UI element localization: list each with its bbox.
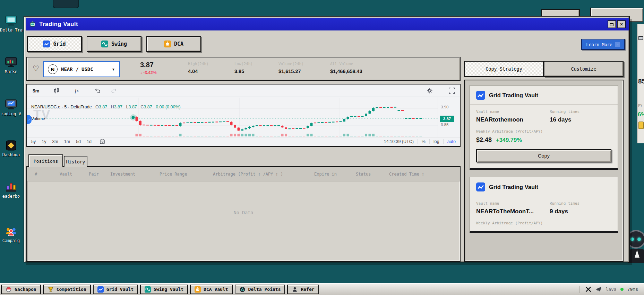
indicators-button[interactable]: ƒx xyxy=(74,84,78,97)
column-header[interactable]: Price Range xyxy=(160,167,187,181)
column-header[interactable]: Pair xyxy=(89,167,99,181)
taskbar-refer[interactable]: Refer xyxy=(287,285,319,294)
column-header-sortable[interactable]: Arbitrage (Profit ↕ /APY ↕ ) xyxy=(213,167,283,181)
stat-volume-24h: Volume(24h) $1,615.27 xyxy=(278,62,304,74)
weekly-profit: $2.48 xyxy=(476,136,492,144)
stat-value-fragment: 85 xyxy=(638,78,644,85)
price-axis[interactable]: 3.90 3.87 3.85 xyxy=(438,97,460,137)
legend-change: 0.00 (0.00%) xyxy=(156,105,181,109)
desktop-icon-market[interactable]: Marke xyxy=(0,57,22,74)
range-1y[interactable]: 1y xyxy=(42,139,46,144)
range-5y[interactable]: 5y xyxy=(31,139,36,144)
maximize-button[interactable] xyxy=(608,20,616,28)
favorite-heart-icon[interactable]: ♡ xyxy=(33,64,39,73)
chart-toolbar: 5m ƒx xyxy=(27,84,460,97)
tab-label: Copy Strategy xyxy=(486,66,522,72)
range-1d[interactable]: 1d xyxy=(87,139,92,144)
tab-history[interactable]: History xyxy=(64,156,87,167)
tab-grid[interactable]: Grid xyxy=(27,36,82,52)
taskbar-delta-points[interactable]: Delta Points xyxy=(235,285,285,294)
tab-positions[interactable]: Positions xyxy=(28,154,63,167)
stat-label: High(24h) xyxy=(188,62,209,66)
log-scale-button[interactable]: log xyxy=(433,139,439,144)
tab-label: DCA xyxy=(174,41,183,47)
desktop-icon-dashboard[interactable]: Dashboa xyxy=(0,140,22,157)
stat-label: All Volume xyxy=(330,62,362,66)
stat-percent-fragment: 6% xyxy=(638,111,644,118)
desktop-icon-trading-vault[interactable]: rading V xyxy=(0,99,22,116)
chart-settings-button[interactable] xyxy=(427,84,433,97)
pair-name: NEAR / USDC xyxy=(61,66,93,72)
tab-copy-strategy[interactable]: Copy Strategy xyxy=(464,61,544,77)
pair-selector[interactable]: N NEAR / USDC ▼ xyxy=(43,61,120,77)
desktop-icon-label: rading V xyxy=(0,111,22,116)
column-header[interactable]: # xyxy=(35,167,37,181)
taskbar-grid-vault[interactable]: Grid Vault xyxy=(93,285,138,294)
chart-area[interactable]: TV NEAR/USDC.e · 5 · DeltaTrade O3.87 H3… xyxy=(27,97,460,137)
trading-vault-icon xyxy=(5,99,18,110)
column-header[interactable]: Vault xyxy=(60,167,72,181)
divider xyxy=(579,286,580,293)
taskbar-dca-vault[interactable]: DCA Vault xyxy=(190,285,232,294)
column-header[interactable]: Status xyxy=(356,167,371,181)
tab-label: Positions xyxy=(34,159,58,164)
column-header-sortable[interactable]: Created Time ↕ xyxy=(389,167,424,181)
chart-clock[interactable]: 14:10:39 (UTC) xyxy=(384,139,414,144)
column-header[interactable]: Investment xyxy=(110,167,135,181)
copy-button[interactable]: Copy xyxy=(476,149,611,162)
grid-icon xyxy=(43,41,50,47)
range-3m[interactable]: 3m xyxy=(52,139,58,144)
range-1m[interactable]: 1m xyxy=(64,139,70,144)
weekly-apy: +349.79% xyxy=(496,137,522,143)
stat-label: Volume(24h) xyxy=(278,62,304,66)
axis-price-label: 3.85 xyxy=(441,123,448,127)
desktop-icon-leaderboard[interactable]: eaderbo xyxy=(0,181,22,199)
taskbar-competition[interactable]: Competition xyxy=(43,285,91,294)
fullscreen-button[interactable] xyxy=(449,84,455,97)
divider xyxy=(418,139,418,144)
x-twitter-icon[interactable] xyxy=(585,286,591,292)
refer-icon xyxy=(292,286,298,293)
telegram-icon[interactable] xyxy=(595,286,602,292)
desktop-icon-campaign[interactable]: Campaig xyxy=(0,226,22,243)
percent-scale-button[interactable]: % xyxy=(422,139,426,144)
vault-card: Grid Trading Vault Vault name NEARToTheM… xyxy=(470,177,618,233)
legend-symbol: NEAR/USDC.e · 5 · DeltaTrade xyxy=(31,105,92,109)
stat-value: $1,466,658.43 xyxy=(330,69,362,74)
tab-customize[interactable]: Customize xyxy=(544,61,624,77)
desktop-icon-delta-trade[interactable]: Delta Tra xyxy=(0,15,22,33)
divider xyxy=(443,139,444,144)
taskbar-swing-vault[interactable]: Swing Vault xyxy=(140,285,188,294)
window-title: Trading Vault xyxy=(39,21,78,28)
stat-value: 4.04 xyxy=(188,69,209,74)
desktop-icon-label: Dashboa xyxy=(0,152,22,157)
titlebar[interactable]: Trading Vault × xyxy=(26,18,629,30)
grid-vault-icon xyxy=(476,182,485,191)
taskbar-label: Competition xyxy=(57,287,86,292)
interval-button[interactable]: 5m xyxy=(33,84,40,97)
candlestick-icon xyxy=(53,88,60,94)
panel-collapse-toggle[interactable]: › xyxy=(26,115,32,124)
auto-scale-button[interactable]: auto xyxy=(447,139,456,144)
trading-vault-window: Trading Vault × Grid Swing DCA Learn Mor… xyxy=(24,16,630,262)
desktop: 85 PY 6% Delta Tra Marke rading V Dashbo… xyxy=(0,0,644,295)
rpc-network-name[interactable]: lava xyxy=(606,287,616,292)
swing-vault-icon xyxy=(145,286,151,293)
dashboard-icon xyxy=(5,140,17,151)
vault-card-title: Grid Trading Vault xyxy=(489,92,538,99)
learn-more-button[interactable]: Learn More → xyxy=(581,39,625,50)
taskbar-label: Grid Vault xyxy=(106,287,134,292)
desktop-icon-label: eaderbo xyxy=(0,194,22,199)
candle-style-button[interactable] xyxy=(53,84,60,97)
go-to-date-button[interactable] xyxy=(100,139,105,144)
redo-button[interactable] xyxy=(111,84,117,97)
taskbar-gachapon[interactable]: Gachapon xyxy=(1,285,41,294)
learn-more-label: Learn More xyxy=(586,42,612,47)
undo-button[interactable] xyxy=(94,84,101,97)
close-button[interactable]: × xyxy=(617,20,626,28)
range-5d[interactable]: 5d xyxy=(76,139,81,144)
column-header[interactable]: Expire in xyxy=(314,167,337,181)
tab-dca[interactable]: DCA xyxy=(146,36,201,52)
tab-swing[interactable]: Swing xyxy=(87,36,141,52)
near-logo-icon: N xyxy=(48,64,58,74)
